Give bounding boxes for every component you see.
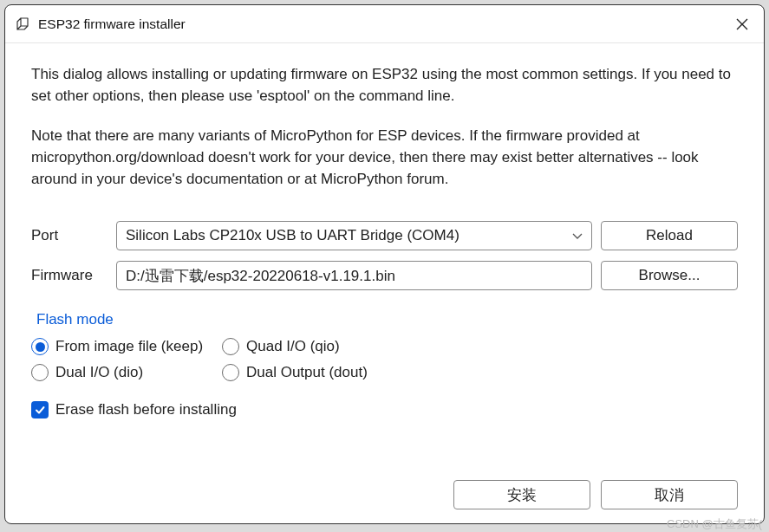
reload-button[interactable]: Reload [601, 221, 738, 250]
install-button[interactable]: 安装 [453, 480, 590, 509]
firmware-value: D:/迅雷下载/esp32-20220618-v1.19.1.bin [126, 266, 395, 286]
erase-checkbox[interactable]: Erase flash before installing [31, 401, 738, 418]
port-label: Port [31, 227, 108, 244]
port-row: Port Silicon Labs CP210x USB to UART Bri… [31, 221, 738, 250]
titlebar: ESP32 firmware installer [5, 5, 764, 43]
radio-qio[interactable]: Quad I/O (qio) [222, 334, 413, 360]
radio-from-image[interactable]: From image file (keep) [31, 334, 222, 360]
cancel-button[interactable]: 取消 [601, 480, 738, 509]
radio-icon [222, 338, 239, 355]
firmware-row: Firmware D:/迅雷下载/esp32-20220618-v1.19.1.… [31, 261, 738, 290]
erase-label: Erase flash before installing [55, 401, 237, 418]
intro-paragraph-1: This dialog allows installing or updatin… [31, 64, 738, 107]
close-button[interactable] [722, 5, 762, 43]
watermark: CSDN @古鱼复苏( [667, 516, 762, 532]
radio-label: From image file (keep) [55, 338, 203, 355]
dialog-window: ESP32 firmware installer This dialog all… [4, 4, 765, 524]
app-icon [14, 16, 31, 33]
port-select[interactable]: Silicon Labs CP210x USB to UART Bridge (… [116, 221, 592, 250]
intro-paragraph-2: Note that there are many variants of Mic… [31, 126, 738, 190]
chevron-down-icon [572, 227, 583, 244]
flash-mode-group: Flash mode From image file (keep) Quad I… [31, 311, 738, 386]
dialog-footer: 安装 取消 [31, 463, 738, 509]
close-icon [736, 18, 748, 30]
firmware-input[interactable]: D:/迅雷下载/esp32-20220618-v1.19.1.bin [116, 261, 592, 290]
browse-button[interactable]: Browse... [601, 261, 738, 290]
flash-mode-title: Flash mode [36, 311, 738, 328]
intro-text: This dialog allows installing or updatin… [31, 64, 738, 190]
port-value: Silicon Labs CP210x USB to UART Bridge (… [126, 227, 459, 244]
flash-mode-options: From image file (keep) Quad I/O (qio) Du… [31, 334, 413, 386]
dialog-content: This dialog allows installing or updatin… [5, 43, 764, 523]
radio-icon [31, 338, 49, 355]
window-title: ESP32 firmware installer [38, 16, 722, 32]
firmware-label: Firmware [31, 267, 108, 284]
radio-dio[interactable]: Dual I/O (dio) [31, 360, 222, 386]
radio-label: Dual Output (dout) [246, 364, 368, 381]
radio-dout[interactable]: Dual Output (dout) [222, 360, 413, 386]
radio-icon [222, 364, 239, 381]
radio-icon [31, 364, 49, 381]
radio-label: Dual I/O (dio) [55, 364, 143, 381]
checkbox-icon [31, 401, 49, 418]
radio-label: Quad I/O (qio) [246, 338, 340, 355]
